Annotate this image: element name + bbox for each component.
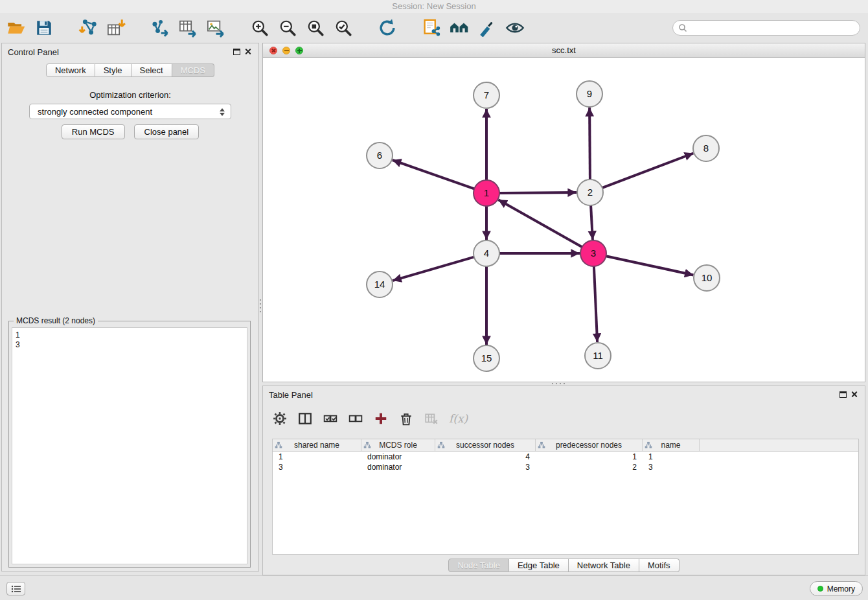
vertical-splitter-handle[interactable] xyxy=(258,297,262,316)
graph-node-8[interactable]: 8 xyxy=(693,135,719,161)
graph-node-6[interactable]: 6 xyxy=(367,143,393,168)
close-table-panel-icon[interactable] xyxy=(851,391,858,398)
graph-edge-3-11[interactable] xyxy=(594,266,597,342)
mcds-result-group: MCDS result (2 nodes) 13 xyxy=(8,321,251,568)
graph-node-11[interactable]: 11 xyxy=(585,343,611,369)
network-from-clipboard-button[interactable] xyxy=(420,16,442,40)
column-header-successor-nodes[interactable]: successor nodes xyxy=(435,439,536,451)
cell-MCDS-role: dominator xyxy=(361,462,435,472)
float-table-panel-icon[interactable] xyxy=(839,391,847,398)
delete-columns-button[interactable] xyxy=(398,410,414,427)
svg-text:11: 11 xyxy=(593,350,603,361)
criterion-dropdown-value: strongly connected component xyxy=(38,107,152,117)
checked-boxes-icon xyxy=(323,411,337,426)
task-history-button[interactable] xyxy=(6,582,25,595)
table-row[interactable]: 1dominator411 xyxy=(273,452,858,462)
column-header-MCDS-role[interactable]: MCDS role xyxy=(361,439,435,451)
tab-edge-table[interactable]: Edge Table xyxy=(509,559,569,572)
memory-button[interactable]: Memory xyxy=(810,581,863,596)
cell-shared-name: 3 xyxy=(273,462,361,472)
table-row[interactable]: 3dominator323 xyxy=(273,462,858,472)
zoom-in-button[interactable] xyxy=(249,16,271,40)
show-hide-button[interactable] xyxy=(504,16,526,40)
import-table-button[interactable] xyxy=(105,16,127,40)
graph-node-1[interactable]: 1 xyxy=(474,180,499,206)
zoom-out-button[interactable] xyxy=(277,16,299,40)
node-table: shared nameMCDS rolesuccessor nodesprede… xyxy=(272,439,859,555)
column-header-shared-name[interactable]: shared name xyxy=(273,439,361,451)
unselect-all-columns-button[interactable] xyxy=(348,410,363,427)
toolbar-separator xyxy=(360,28,371,29)
tab-node-table[interactable]: Node Table xyxy=(448,559,509,572)
graph-node-2[interactable]: 2 xyxy=(577,179,603,205)
graph-edge-2-9[interactable] xyxy=(589,108,590,179)
graph-node-7[interactable]: 7 xyxy=(474,82,499,108)
table-settings-button[interactable] xyxy=(272,410,288,427)
export-table-button[interactable] xyxy=(177,16,199,40)
graph-edge-2-3[interactable] xyxy=(591,205,593,240)
zoom-fit-button[interactable] xyxy=(304,16,326,40)
graph-edge-3-1[interactable] xyxy=(498,200,582,247)
style-button[interactable] xyxy=(476,16,498,40)
create-column-button[interactable] xyxy=(373,410,389,427)
memory-label: Memory xyxy=(827,584,855,594)
tab-network[interactable]: Network xyxy=(46,63,95,77)
minimize-window-icon[interactable] xyxy=(282,47,290,54)
close-window-icon[interactable] xyxy=(269,47,277,54)
table-toolbar-items: f(x) xyxy=(272,410,468,428)
export-network-button[interactable] xyxy=(149,16,171,40)
svg-text:4: 4 xyxy=(484,248,489,259)
graph-edge-1-2[interactable] xyxy=(499,192,577,193)
maximize-window-icon[interactable] xyxy=(295,47,303,54)
svg-text:8: 8 xyxy=(703,143,709,154)
graph-node-10[interactable]: 10 xyxy=(694,265,720,291)
brush-icon xyxy=(478,19,496,37)
list-icon xyxy=(10,583,23,595)
select-all-columns-button[interactable] xyxy=(323,410,338,427)
import-network-button[interactable] xyxy=(77,16,99,40)
column-header-filler xyxy=(700,439,858,451)
network-window: scc.txt 7968124314101511 xyxy=(262,43,865,382)
graph-node-3[interactable]: 3 xyxy=(580,240,606,266)
show-columns-button[interactable] xyxy=(297,410,313,427)
column-label: MCDS role xyxy=(379,441,417,450)
close-panel-button[interactable]: Close panel xyxy=(134,124,200,139)
graph-edge-2-8[interactable] xyxy=(602,154,694,188)
close-control-panel-icon[interactable] xyxy=(244,48,251,55)
export-image-button[interactable] xyxy=(205,16,227,40)
refresh-network-button[interactable] xyxy=(376,16,398,40)
cell-shared-name: 1 xyxy=(273,452,361,462)
svg-text:14: 14 xyxy=(374,279,385,290)
graph-node-14[interactable]: 14 xyxy=(367,271,393,297)
cell-successor-nodes: 3 xyxy=(435,462,536,472)
search-box[interactable] xyxy=(672,20,860,36)
graph-node-4[interactable]: 4 xyxy=(474,240,499,266)
control-panel-tabs: NetworkStyleSelectMCDS xyxy=(2,63,258,77)
first-neighbors-button[interactable] xyxy=(448,16,470,40)
criterion-dropdown[interactable]: strongly connected component xyxy=(29,104,231,119)
float-control-panel-icon[interactable] xyxy=(233,49,240,55)
graph-node-9[interactable]: 9 xyxy=(577,81,602,107)
column-header-name[interactable]: name xyxy=(643,439,700,451)
status-bar: Memory xyxy=(0,575,868,600)
sort-icon xyxy=(538,441,545,449)
tab-mcds[interactable]: MCDS xyxy=(172,63,214,77)
graph-edge-4-14[interactable] xyxy=(393,257,474,281)
tab-network-table[interactable]: Network Table xyxy=(569,559,639,572)
column-header-predecessor-nodes[interactable]: predecessor nodes xyxy=(536,439,643,451)
run-mcds-button[interactable]: Run MCDS xyxy=(62,124,125,139)
search-input[interactable] xyxy=(691,23,854,33)
network-graph[interactable]: 7968124314101511 xyxy=(263,58,865,382)
tab-select[interactable]: Select xyxy=(131,63,172,77)
tab-motifs[interactable]: Motifs xyxy=(639,559,680,572)
tab-style[interactable]: Style xyxy=(95,63,131,77)
horizontal-splitter-handle[interactable] xyxy=(549,382,569,386)
graph-edge-1-6[interactable] xyxy=(393,160,474,189)
graph-node-15[interactable]: 15 xyxy=(474,345,499,371)
network-window-titlebar[interactable]: scc.txt xyxy=(263,43,865,58)
fx-icon: f(x) xyxy=(449,412,468,425)
zoom-selected-button[interactable] xyxy=(332,16,354,40)
graph-edge-3-10[interactable] xyxy=(606,256,694,275)
open-session-button[interactable] xyxy=(5,16,27,40)
save-session-button[interactable] xyxy=(33,16,55,40)
